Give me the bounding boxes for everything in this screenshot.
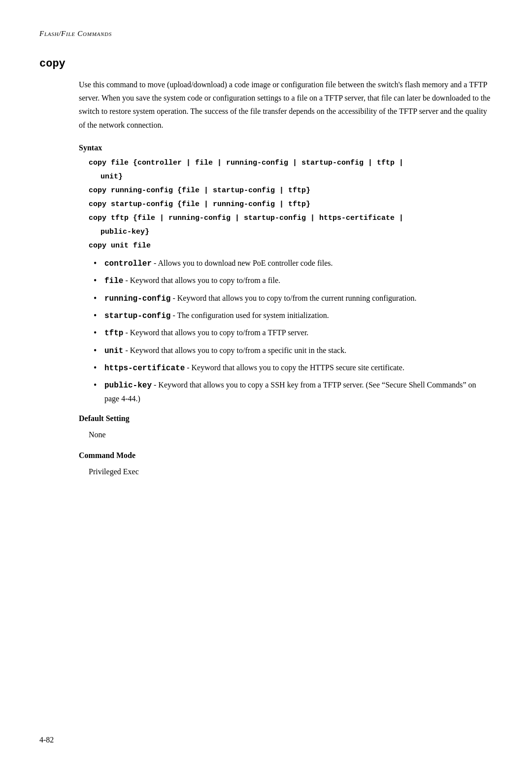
bullet-https-certificate: • https-certificate - Keyword that allow… xyxy=(94,361,493,375)
syntax-heading: Syntax xyxy=(79,143,493,152)
bullet-dot-2: • xyxy=(94,274,104,287)
command-mode-value: Privileged Exec xyxy=(89,465,493,478)
bullet-dot-4: • xyxy=(94,309,104,322)
command-section: copy Use this command to move (upload/do… xyxy=(39,58,493,479)
bullet-dot-1: • xyxy=(94,257,104,270)
bullet-unit: • unit - Keyword that allows you to copy… xyxy=(94,344,493,357)
bullet-text-7: https-certificate - Keyword that allows … xyxy=(104,361,493,375)
syntax-line-2: unit} xyxy=(100,171,493,183)
bullet-file: • file - Keyword that allows you to copy… xyxy=(94,274,493,287)
bullet-text-8: public-key - Keyword that allows you to … xyxy=(104,379,493,405)
syntax-line-5: copy tftp {file | running-config | start… xyxy=(89,212,493,224)
syntax-block: copy file {controller | file | running-c… xyxy=(89,157,493,252)
bullet-text-2: file - Keyword that allows you to copy t… xyxy=(104,274,493,287)
bullet-text-5: tftp - Keyword that allows you to copy t… xyxy=(104,326,493,340)
bullet-dot-7: • xyxy=(94,361,104,375)
syntax-line-7: copy unit file xyxy=(89,240,493,252)
syntax-line-1: copy file {controller | file | running-c… xyxy=(89,157,493,169)
bullet-controller: • controller - Allows you to download ne… xyxy=(94,257,493,270)
page-footer: 4-82 xyxy=(39,736,54,744)
page-header: Flash/File Commands xyxy=(39,30,493,38)
default-setting-value: None xyxy=(89,428,493,441)
command-description: Use this command to move (upload/downloa… xyxy=(79,78,493,132)
syntax-line-4: copy startup-config {file | running-conf… xyxy=(89,199,493,211)
command-title: copy xyxy=(39,58,493,70)
bullet-text-6: unit - Keyword that allows you to copy t… xyxy=(104,344,493,357)
command-mode-heading: Command Mode xyxy=(79,451,493,460)
bullet-dot-6: • xyxy=(94,344,104,357)
default-setting-heading: Default Setting xyxy=(79,414,493,423)
bullet-text-4: startup-config - The configuration used … xyxy=(104,309,493,322)
bullet-dot-5: • xyxy=(94,326,104,340)
bullet-dot-3: • xyxy=(94,292,104,305)
bullet-list: • controller - Allows you to download ne… xyxy=(94,257,493,406)
bullet-dot-8: • xyxy=(94,379,104,392)
bullet-startup-config: • startup-config - The configuration use… xyxy=(94,309,493,322)
bullet-running-config: • running-config - Keyword that allows y… xyxy=(94,292,493,305)
syntax-line-6: public-key} xyxy=(100,226,493,238)
bullet-text-1: controller - Allows you to download new … xyxy=(104,257,493,270)
bullet-text-3: running-config - Keyword that allows you… xyxy=(104,292,493,305)
bullet-tftp: • tftp - Keyword that allows you to copy… xyxy=(94,326,493,340)
bullet-public-key: • public-key - Keyword that allows you t… xyxy=(94,379,493,405)
syntax-line-3: copy running-config {file | startup-conf… xyxy=(89,185,493,197)
